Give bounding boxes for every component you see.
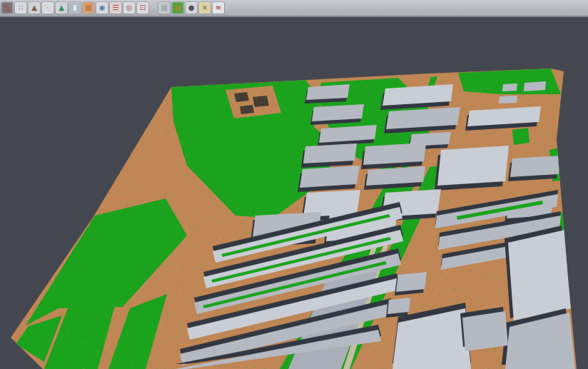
green-hill-icon[interactable]: ▲ xyxy=(56,2,67,14)
layers-icon[interactable]: ☰ xyxy=(110,2,121,14)
terrain-mound-icon: ▲ xyxy=(31,4,37,11)
viewport-3d[interactable] xyxy=(0,17,588,369)
package-icon[interactable]: ● xyxy=(186,2,197,14)
selection-bounds-icon[interactable]: ⊡ xyxy=(137,2,148,14)
toolbar: ▚∷▲⋱▲▮▦◉☰◎⊡▩▨●×≡ xyxy=(0,0,588,17)
open-cloud-icon: ▚ xyxy=(4,4,10,11)
app-window: { "window": { "background": "#44474f" },… xyxy=(0,0,588,369)
green-hill-icon: ▲ xyxy=(59,4,64,11)
raster-grid-icon[interactable]: ▩ xyxy=(158,2,170,14)
flag-icon: ≡ xyxy=(216,4,221,11)
flag-icon[interactable]: ≡ xyxy=(213,2,224,14)
annotate-icon: × xyxy=(202,4,208,11)
target-icon[interactable]: ◎ xyxy=(123,2,135,14)
column-icon: ▮ xyxy=(73,4,77,11)
point-speckle xyxy=(0,17,588,369)
sparse-points-icon[interactable]: ⋱ xyxy=(42,2,54,14)
selection-bounds-icon: ⊡ xyxy=(140,4,146,11)
ortho-photo-icon: ▦ xyxy=(85,4,91,11)
classification-icon[interactable]: ▨ xyxy=(172,2,183,14)
package-icon: ● xyxy=(188,4,195,11)
point-cloud-scene[interactable] xyxy=(0,17,588,369)
globe-icon[interactable]: ◉ xyxy=(96,2,108,14)
toolbar-separator xyxy=(151,2,156,14)
globe-icon: ◉ xyxy=(99,4,106,11)
annotate-icon[interactable]: × xyxy=(199,2,211,14)
ortho-photo-icon[interactable]: ▦ xyxy=(83,2,94,14)
sparse-points-icon: ⋱ xyxy=(44,4,51,11)
layers-icon: ☰ xyxy=(113,4,119,11)
classification-icon: ▨ xyxy=(174,4,181,11)
align-points-icon[interactable]: ∷ xyxy=(15,2,26,14)
terrain-mound-icon[interactable]: ▲ xyxy=(29,2,40,14)
raster-grid-icon: ▩ xyxy=(161,4,167,11)
target-icon: ◎ xyxy=(126,4,133,11)
column-icon[interactable]: ▮ xyxy=(69,2,81,14)
point-cloud-layers xyxy=(0,17,588,369)
align-points-icon: ∷ xyxy=(19,4,23,11)
open-cloud-icon[interactable]: ▚ xyxy=(1,2,13,14)
